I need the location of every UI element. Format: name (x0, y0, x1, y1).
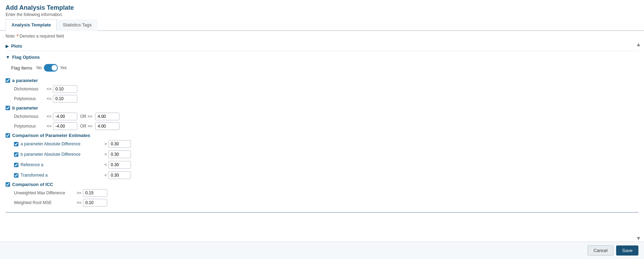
a-dichotomous-label: Dichotomous (14, 87, 45, 91)
comparison-icc-label: Comparison of ICC (12, 182, 53, 187)
comparison-a-abs-diff-input[interactable] (108, 140, 131, 148)
comparison-icc-checkbox[interactable] (6, 182, 10, 187)
a-parameter-label: a parameter (12, 78, 38, 83)
b-dichotomous-operator: <= (47, 114, 52, 119)
comparison-b-abs-diff-label: b parameter Absolute Difference (21, 152, 80, 157)
a-polytomous-input[interactable] (53, 95, 77, 103)
b-polytomous-or-label: OR >= (80, 124, 92, 129)
b-dichotomous-input[interactable] (53, 113, 77, 120)
a-param-dichotomous-row: Dichotomous <= (14, 85, 638, 93)
a-dichotomous-input[interactable] (53, 85, 77, 93)
icc-weighted-row: Weighted Root MSE >= (14, 199, 638, 207)
main-content: ▲ ▶ Plots ▼ Flag Options Flag Items No Y… (0, 41, 644, 242)
comparison-reference-a-row: Reference a < (6, 161, 638, 169)
flag-options-section: ▼ Flag Options Flag Items No Yes a param… (6, 52, 638, 213)
plots-section-title: Plots (11, 43, 22, 49)
flag-items-label: Flag Items (11, 65, 32, 71)
comparison-reference-a-input[interactable] (108, 161, 131, 169)
comparison-icc-checkbox-row: Comparison of ICC (6, 182, 638, 187)
note-label: Note: (6, 34, 16, 39)
comparison-transformed-a-checkbox-label: Transformed a (14, 173, 104, 178)
comparison-param-label: Comparison of Parameter Estimates (12, 133, 90, 138)
a-parameter-checkbox-row: a parameter (6, 78, 638, 83)
comparison-param-checkbox-row: Comparison of Parameter Estimates (6, 133, 638, 138)
comparison-param-estimates-section: Comparison of Parameter Estimates a para… (6, 133, 638, 179)
flag-items-toggle[interactable] (44, 64, 58, 72)
flag-items-row: Flag Items No Yes (6, 62, 638, 75)
icc-weighted-label: Weighted Root MSE (14, 200, 77, 205)
b-dichotomous-or-input[interactable] (95, 113, 119, 120)
page-title: Add Analysis Template (6, 4, 638, 11)
b-parameter-checkbox-row: b parameter (6, 105, 638, 111)
page-subtitle: Enter the following information. (6, 12, 638, 17)
flag-options-header[interactable]: ▼ Flag Options (6, 52, 638, 62)
comparison-reference-a-checkbox[interactable] (14, 163, 18, 167)
comparison-b-abs-diff-row: b parameter Absolute Difference > (6, 151, 638, 158)
plots-expand-icon: ▶ (6, 43, 9, 49)
comparison-param-checkbox[interactable] (6, 133, 10, 138)
icc-weighted-input[interactable] (83, 199, 107, 207)
comparison-b-abs-diff-checkbox-label: b parameter Absolute Difference (14, 152, 104, 157)
scroll-up-icon: ▲ (636, 41, 641, 48)
comparison-transformed-a-operator: < (104, 173, 107, 178)
note-text: Denotes a required field (20, 34, 64, 39)
b-param-dichotomous-row: Dichotomous <= OR >= (14, 113, 638, 120)
flag-options-collapse-icon: ▼ (6, 55, 10, 60)
tab-analysis-template[interactable]: Analysis Template (6, 19, 57, 31)
icc-unweighted-input[interactable] (83, 189, 107, 197)
comparison-reference-a-label: Reference a (21, 162, 43, 167)
comparison-transformed-a-row: Transformed a < (6, 171, 638, 179)
icc-unweighted-row: Unweighted Max Difference >= (14, 189, 638, 197)
comparison-b-abs-diff-checkbox[interactable] (14, 152, 18, 157)
comparison-icc-section: Comparison of ICC Unweighted Max Differe… (6, 182, 638, 207)
tab-statistics-tags[interactable]: Statistics Tags (57, 19, 98, 31)
toggle-yes-label: Yes (60, 65, 67, 70)
required-star: * (17, 34, 18, 39)
comparison-a-abs-diff-label: a parameter Absolute Difference (21, 141, 80, 146)
a-dichotomous-operator: <= (47, 87, 52, 91)
save-button[interactable]: Save (616, 245, 638, 256)
comparison-a-abs-diff-row: a parameter Absolute Difference > (6, 140, 638, 148)
icc-unweighted-label: Unweighted Max Difference (14, 191, 77, 195)
a-parameter-section: a parameter Dichotomous <= Polytomous <= (6, 78, 638, 103)
plots-section-header[interactable]: ▶ Plots (6, 41, 638, 51)
comparison-reference-a-checkbox-label: Reference a (14, 162, 104, 167)
b-dichotomous-or-label: OR >= (80, 114, 92, 119)
tabs-bar: Analysis Template Statistics Tags (0, 19, 644, 31)
comparison-a-abs-diff-operator: > (104, 141, 107, 146)
b-parameter-section: b parameter Dichotomous <= OR >= Polytom… (6, 105, 638, 130)
b-param-polytomous-row: Polytomous <= OR >= (14, 122, 638, 130)
b-polytomous-input[interactable] (53, 122, 77, 130)
comparison-transformed-a-checkbox[interactable] (14, 173, 18, 178)
comparison-b-abs-diff-operator: > (104, 152, 107, 157)
bottom-bar: Cancel Save (0, 242, 644, 259)
toggle-no-label: No (37, 65, 42, 70)
comparison-transformed-a-label: Transformed a (21, 173, 48, 178)
comparison-a-abs-diff-checkbox[interactable] (14, 142, 18, 146)
b-polytomous-operator: <= (47, 124, 52, 129)
icc-fields: Unweighted Max Difference >= Weighted Ro… (6, 189, 638, 207)
comparison-b-abs-diff-input[interactable] (108, 151, 131, 158)
note-bar: Note: * Denotes a required field (0, 31, 644, 41)
a-parameter-fields: Dichotomous <= Polytomous <= (6, 85, 638, 103)
cancel-button[interactable]: Cancel (588, 245, 613, 256)
b-polytomous-label: Polytomous (14, 124, 45, 129)
a-polytomous-operator: <= (47, 96, 52, 101)
comparison-param-items: a parameter Absolute Difference > b para… (6, 140, 638, 179)
flag-options-title: Flag Options (12, 55, 40, 60)
b-parameter-fields: Dichotomous <= OR >= Polytomous <= OR >= (6, 113, 638, 130)
page-container: Add Analysis Template Enter the followin… (0, 0, 644, 259)
b-dichotomous-label: Dichotomous (14, 114, 45, 119)
b-parameter-checkbox[interactable] (6, 106, 10, 110)
a-parameter-checkbox[interactable] (6, 78, 10, 83)
comparison-transformed-a-input[interactable] (108, 171, 131, 179)
b-polytomous-or-input[interactable] (95, 122, 119, 130)
comparison-reference-a-operator: < (104, 162, 107, 167)
scroll-down-icon: ▼ (636, 235, 641, 242)
page-header: Add Analysis Template Enter the followin… (0, 0, 644, 19)
icc-unweighted-operator: >= (77, 191, 82, 195)
icc-weighted-operator: >= (77, 200, 82, 205)
b-parameter-label: b parameter (12, 105, 38, 111)
a-param-polytomous-row: Polytomous <= (14, 95, 638, 103)
a-polytomous-label: Polytomous (14, 96, 45, 101)
